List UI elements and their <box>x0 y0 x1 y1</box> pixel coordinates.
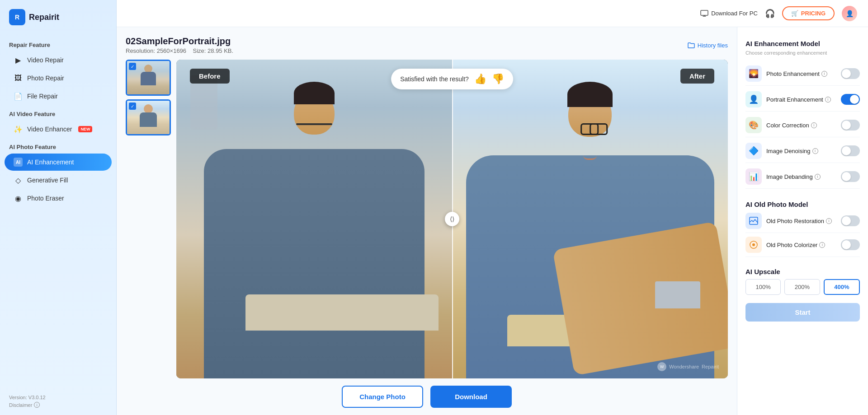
file-name: 02SampleForPortrait.jpg <box>126 36 233 47</box>
info-icon[interactable]: i <box>821 71 827 77</box>
ai-enhancement-icon: AI <box>14 158 23 167</box>
sidebar-item-ai-enhancement[interactable]: AI AI Enhancement <box>5 154 112 171</box>
upscale-200-btn[interactable]: 200% <box>784 279 820 295</box>
headset-icon[interactable]: 🎧 <box>765 9 775 19</box>
ai-enhancement-model-title: AI Enhancement Model <box>745 40 860 47</box>
photo-enhancement-row: 🌄 Photo Enhancement i <box>745 62 860 86</box>
photo-enhancement-toggle[interactable] <box>841 68 860 79</box>
version-text: Version: V3.0.12 <box>9 395 107 400</box>
change-photo-button[interactable]: Change Photo <box>342 386 423 408</box>
photo-area: 02SampleForPortrait.jpg Resolution: 2560… <box>117 27 737 415</box>
toggle-track <box>841 68 860 79</box>
disclaimer-link[interactable]: Disclaimer i <box>9 402 107 408</box>
color-correction-toggle[interactable] <box>841 120 860 131</box>
toggle-track <box>841 215 860 226</box>
image-debanding-label: Image Debanding i <box>766 173 836 180</box>
video-repair-icon: ▶ <box>14 56 23 65</box>
info-icon[interactable]: i <box>811 122 817 128</box>
old-photo-restoration-toggle[interactable] <box>841 215 860 226</box>
thumbs-down-btn[interactable]: 👎 <box>492 73 504 85</box>
image-denoising-row: 🔷 Image Denoising i <box>745 139 860 163</box>
app-logo[interactable]: R Repairit <box>0 0 116 36</box>
image-debanding-row: 📊 Image Debanding i <box>745 165 860 189</box>
sidebar-item-photo-eraser[interactable]: ◉ Photo Eraser <box>5 190 112 207</box>
image-debanding-icon: 📊 <box>745 168 762 185</box>
info-icon[interactable]: i <box>826 218 832 224</box>
info-icon[interactable]: i <box>812 148 818 154</box>
split-handle[interactable]: ⟨⟩ <box>445 212 459 226</box>
image-denoising-label: Image Denoising i <box>766 148 836 154</box>
sidebar-item-file-repair[interactable]: 📄 File Repair <box>5 88 112 105</box>
ai-old-photo-model-title: AI Old Photo Model <box>745 201 860 208</box>
watermark: W Wondershare Repairit <box>657 362 719 371</box>
viewer-row: ✓ ✓ <box>126 60 728 378</box>
pricing-button[interactable]: 🛒 PRICING <box>782 6 835 20</box>
portrait-enhancement-icon: 👤 <box>745 91 762 107</box>
toggle-thumb <box>842 69 851 78</box>
download-pc-label: Download For PC <box>711 10 758 17</box>
watermark-text: Wondershare <box>669 364 699 369</box>
thumbnails: ✓ ✓ <box>126 60 171 378</box>
thumb-check-2: ✓ <box>129 103 136 110</box>
old-photo-restoration-icon <box>745 213 762 229</box>
start-button[interactable]: Start <box>745 303 860 322</box>
thumbnail-2[interactable]: ✓ <box>126 99 171 135</box>
upscale-100-btn[interactable]: 100% <box>745 279 781 295</box>
info-icon[interactable]: i <box>815 174 821 180</box>
old-photo-colorizer-icon <box>745 237 762 253</box>
thumbnail-1[interactable]: ✓ <box>126 60 171 96</box>
avatar[interactable]: 👤 <box>842 6 857 21</box>
old-photo-colorizer-toggle[interactable] <box>841 239 860 250</box>
toggle-track <box>841 94 860 105</box>
after-image <box>452 60 728 378</box>
photo-enhancement-icon: 🌄 <box>745 65 762 82</box>
disclaimer-label: Disclaimer <box>9 402 32 408</box>
toggle-thumb <box>842 146 851 155</box>
photo-eraser-icon: ◉ <box>14 194 23 203</box>
sidebar-item-video-enhancer[interactable]: ✨ Video Enhancer NEW <box>5 121 112 138</box>
topbar: Download For PC 🎧 🛒 PRICING 👤 <box>117 0 868 27</box>
watermark-brand: Repairit <box>702 364 719 369</box>
color-correction-label: Color Correction i <box>766 122 836 129</box>
logo-icon: R <box>9 9 25 25</box>
download-button[interactable]: Download <box>430 386 512 408</box>
generative-fill-icon: ◇ <box>14 176 23 185</box>
svg-point-3 <box>752 243 755 246</box>
after-label: After <box>680 69 714 84</box>
ai-upscale-title: AI Upscale <box>745 268 860 275</box>
upscale-400-btn[interactable]: 400% <box>824 279 860 295</box>
portrait-enhancement-toggle[interactable] <box>841 94 860 105</box>
old-photo-colorizer-row: Old Photo Colorizer i <box>745 233 860 257</box>
download-for-pc-btn[interactable]: Download For PC <box>700 10 758 17</box>
toggle-thumb <box>842 172 851 181</box>
cart-icon: 🛒 <box>791 10 798 17</box>
resolution-text: Resolution: 2560×1696 <box>126 47 186 54</box>
monitor-icon <box>700 10 708 17</box>
satisfied-text: Satisfied with the result? <box>400 75 469 83</box>
file-meta: Resolution: 2560×1696 Size: 28.95 KB. <box>126 47 233 54</box>
history-files-btn[interactable]: History files <box>688 42 728 49</box>
avatar-initial: 👤 <box>846 10 854 17</box>
app-name: Repairit <box>29 13 59 22</box>
image-debanding-toggle[interactable] <box>841 171 860 182</box>
old-photo-model-section: AI Old Photo Model Old Photo Restoration… <box>745 197 860 257</box>
pricing-label: PRICING <box>801 10 826 17</box>
sidebar-item-label: Generative Fill <box>27 177 68 184</box>
sidebar-item-label: Video Repair <box>27 56 64 64</box>
sidebar-item-photo-repair[interactable]: 🖼 Photo Repair <box>5 70 112 87</box>
sidebar-item-label: File Repair <box>27 93 58 100</box>
sidebar-item-label: AI Enhancement <box>27 159 74 166</box>
sidebar-item-generative-fill[interactable]: ◇ Generative Fill <box>5 172 112 189</box>
toggle-thumb <box>842 121 851 130</box>
right-panel: AI Enhancement Model Choose correspondin… <box>737 27 868 415</box>
file-info: 02SampleForPortrait.jpg Resolution: 2560… <box>126 36 728 54</box>
svg-rect-0 <box>701 10 708 15</box>
thumbs-up-btn[interactable]: 👍 <box>474 73 486 85</box>
toggle-thumb <box>842 216 851 225</box>
toggle-track <box>841 239 860 250</box>
info-icon[interactable]: i <box>819 242 825 248</box>
old-photo-restoration-label: Old Photo Restoration i <box>766 218 836 224</box>
sidebar-item-video-repair[interactable]: ▶ Video Repair <box>5 51 112 69</box>
image-denoising-toggle[interactable] <box>841 145 860 156</box>
info-icon[interactable]: i <box>825 97 831 103</box>
